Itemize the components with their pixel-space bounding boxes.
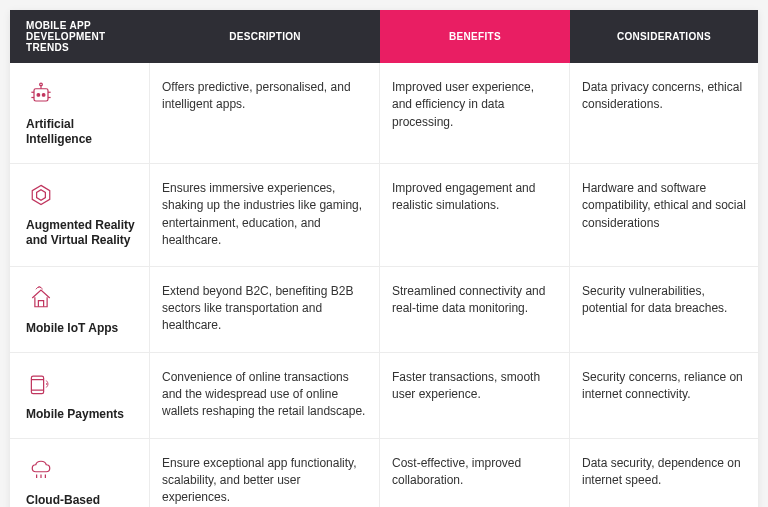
description-cell: Ensure exceptional app functionality, sc… [150, 439, 380, 507]
description-cell: Convenience of online transactions and t… [150, 353, 380, 438]
iot-icon [26, 283, 56, 313]
table-row: Cloud-Based Mobile Applications Ensure e… [10, 439, 758, 507]
table-row: Mobile IoT Apps Extend beyond B2C, benef… [10, 267, 758, 353]
svg-rect-0 [34, 89, 48, 101]
description-cell: Extend beyond B2C, benefiting B2B sector… [150, 267, 380, 352]
table-row: Augmented Reality and Virtual Reality En… [10, 164, 758, 267]
trend-name: Artificial Intelligence [26, 117, 137, 147]
considerations-cell: Data security, dependence on internet sp… [570, 439, 758, 507]
svg-point-4 [40, 83, 43, 86]
trends-table: MOBILE APP DEVELOPMENT TRENDS DESCRIPTIO… [10, 10, 758, 507]
considerations-cell: Security concerns, reliance on internet … [570, 353, 758, 438]
trend-name: Mobile Payments [26, 407, 124, 422]
svg-marker-9 [32, 185, 50, 204]
svg-marker-10 [37, 190, 46, 201]
header-benefits: BENEFITS [380, 10, 570, 63]
svg-rect-11 [31, 376, 43, 394]
table-row: Mobile Payments Convenience of online tr… [10, 353, 758, 439]
description-cell: Offers predictive, personalised, and int… [150, 63, 380, 163]
benefits-cell: Streamlined connectivity and real-time d… [380, 267, 570, 352]
description-cell: Ensures immersive experiences, shaking u… [150, 164, 380, 266]
svg-point-1 [37, 94, 40, 97]
considerations-cell: Hardware and software compatibility, eth… [570, 164, 758, 266]
trend-cell: Mobile IoT Apps [10, 267, 150, 352]
trend-name: Mobile IoT Apps [26, 321, 118, 336]
header-description: DESCRIPTION [150, 10, 380, 63]
svg-point-2 [42, 94, 45, 97]
table-row: Artificial Intelligence Offers predictiv… [10, 63, 758, 164]
ai-icon [26, 79, 56, 109]
benefits-cell: Improved user experience, and efficiency… [380, 63, 570, 163]
benefits-cell: Faster transactions, smooth user experie… [380, 353, 570, 438]
arvr-icon [26, 180, 56, 210]
trend-cell: Augmented Reality and Virtual Reality [10, 164, 150, 266]
benefits-cell: Improved engagement and realistic simula… [380, 164, 570, 266]
trend-name: Augmented Reality and Virtual Reality [26, 218, 137, 248]
trend-name: Cloud-Based Mobile Applications [26, 493, 137, 507]
considerations-cell: Data privacy concerns, ethical considera… [570, 63, 758, 163]
trend-cell: Artificial Intelligence [10, 63, 150, 163]
trend-cell: Mobile Payments [10, 353, 150, 438]
header-trends: MOBILE APP DEVELOPMENT TRENDS [10, 10, 150, 63]
header-considerations: CONSIDERATIONS [570, 10, 758, 63]
trend-cell: Cloud-Based Mobile Applications [10, 439, 150, 507]
table-header-row: MOBILE APP DEVELOPMENT TRENDS DESCRIPTIO… [10, 10, 758, 63]
benefits-cell: Cost-effective, improved collaboration. [380, 439, 570, 507]
payment-icon [26, 369, 56, 399]
cloud-icon [26, 455, 56, 485]
considerations-cell: Security vulnerabilities, potential for … [570, 267, 758, 352]
